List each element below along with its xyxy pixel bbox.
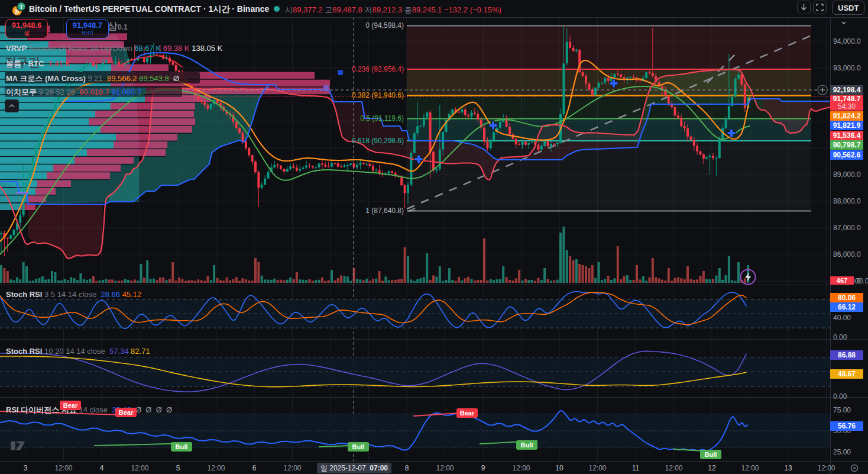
svg-text:T: T xyxy=(20,4,24,10)
